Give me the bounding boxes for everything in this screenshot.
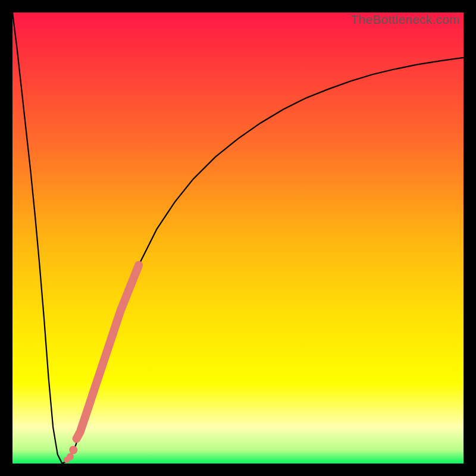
gradient-bg bbox=[12, 12, 464, 464]
plot-area: TheBottleneck.com bbox=[12, 12, 464, 464]
chart-svg bbox=[12, 12, 464, 464]
svg-point-1 bbox=[67, 453, 74, 461]
watermark-text: TheBottleneck.com bbox=[351, 12, 460, 27]
chart-frame: TheBottleneck.com bbox=[0, 0, 476, 476]
svg-point-2 bbox=[69, 446, 77, 454]
